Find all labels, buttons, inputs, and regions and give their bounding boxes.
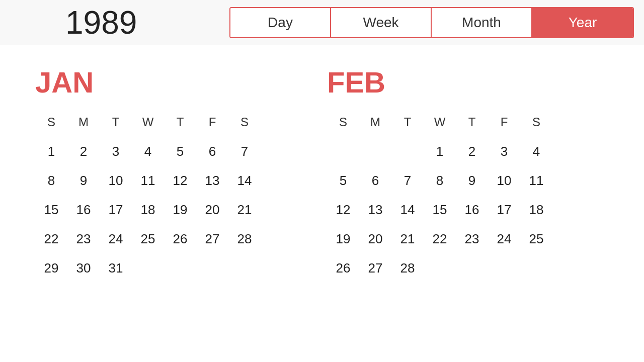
empty-day [488, 255, 520, 281]
empty-day [132, 255, 164, 281]
empty-day [359, 138, 391, 164]
day-header: S [327, 109, 359, 135]
calendar-day[interactable]: 24 [488, 226, 520, 252]
calendar-day[interactable]: 22 [424, 226, 456, 252]
calendar-day[interactable]: 21 [391, 226, 424, 252]
calendar-day[interactable]: 6 [196, 138, 228, 164]
calendar-day[interactable]: 23 [67, 226, 100, 252]
calendar-day[interactable]: 17 [488, 197, 520, 223]
day-header: F [196, 109, 228, 135]
day-header: M [67, 109, 100, 135]
calendar-day[interactable]: 1 [424, 138, 456, 164]
calendar-day[interactable]: 27 [196, 226, 228, 252]
empty-day [391, 138, 424, 164]
day-header: T [456, 109, 488, 135]
calendar-day[interactable]: 7 [228, 138, 261, 164]
calendar-day[interactable]: 8 [35, 167, 67, 194]
calendar-day[interactable]: 11 [132, 167, 164, 194]
calendar-day[interactable]: 23 [456, 226, 488, 252]
calendar-day[interactable]: 2 [67, 138, 100, 164]
day-header: M [359, 109, 391, 135]
empty-day [327, 138, 359, 164]
day-header: T [100, 109, 132, 135]
calendar-day[interactable]: 18 [132, 197, 164, 223]
day-header: W [424, 109, 456, 135]
empty-day [164, 255, 196, 281]
calendar-day[interactable]: 9 [456, 167, 488, 194]
year-title: 1989 [10, 4, 137, 41]
calendar-day[interactable]: 10 [488, 167, 520, 194]
calendar-day[interactable]: 26 [164, 226, 196, 252]
day-header: W [132, 109, 164, 135]
months-container: JAN SMTWTFS12345678910111213141516171819… [30, 65, 614, 281]
calendar-day[interactable]: 6 [359, 167, 391, 194]
main-content: JAN SMTWTFS12345678910111213141516171819… [0, 45, 644, 301]
tab-week[interactable]: Week [331, 8, 432, 37]
calendar-day[interactable]: 8 [424, 167, 456, 194]
calendar-day[interactable]: 3 [100, 138, 132, 164]
calendar-day[interactable]: 13 [359, 197, 391, 223]
calendar-day[interactable]: 4 [520, 138, 552, 164]
calendar-day[interactable]: 29 [35, 255, 67, 281]
day-header: S [520, 109, 552, 135]
february-title: FEB [322, 65, 614, 99]
calendar-day[interactable]: 5 [327, 167, 359, 194]
calendar-day[interactable]: 25 [520, 226, 552, 252]
calendar-day[interactable]: 28 [391, 255, 424, 281]
empty-day [520, 255, 552, 281]
day-header: F [488, 109, 520, 135]
calendar-day[interactable]: 28 [228, 226, 261, 252]
day-header: T [391, 109, 424, 135]
calendar-day[interactable]: 9 [67, 167, 100, 194]
calendar-day[interactable]: 7 [391, 167, 424, 194]
empty-day [196, 255, 228, 281]
calendar-day[interactable]: 26 [327, 255, 359, 281]
calendar-day[interactable]: 4 [132, 138, 164, 164]
january-title: JAN [30, 65, 322, 99]
day-header: T [164, 109, 196, 135]
calendar-day[interactable]: 21 [228, 197, 261, 223]
calendar-day[interactable]: 15 [424, 197, 456, 223]
empty-day [424, 255, 456, 281]
calendar-day[interactable]: 10 [100, 167, 132, 194]
calendar-day[interactable]: 30 [67, 255, 100, 281]
tab-month[interactable]: Month [432, 8, 532, 37]
calendar-day[interactable]: 16 [67, 197, 100, 223]
calendar-day[interactable]: 17 [100, 197, 132, 223]
calendar-day[interactable]: 18 [520, 197, 552, 223]
calendar-day[interactable]: 15 [35, 197, 67, 223]
day-header: S [228, 109, 261, 135]
february-grid: SMTWTFS123456789101112131415161718192021… [322, 109, 614, 281]
calendar-day[interactable]: 16 [456, 197, 488, 223]
january-grid: SMTWTFS123456789101112131415161718192021… [30, 109, 322, 281]
calendar-day[interactable]: 1 [35, 138, 67, 164]
calendar-day[interactable]: 20 [359, 226, 391, 252]
calendar-day[interactable]: 14 [228, 167, 261, 194]
calendar-day[interactable]: 12 [164, 167, 196, 194]
calendar-day[interactable]: 19 [164, 197, 196, 223]
calendar-day[interactable]: 12 [327, 197, 359, 223]
calendar-day[interactable]: 24 [100, 226, 132, 252]
tab-year[interactable]: Year [532, 8, 633, 37]
calendar-day[interactable]: 5 [164, 138, 196, 164]
calendar-day[interactable]: 22 [35, 226, 67, 252]
calendar-day[interactable]: 3 [488, 138, 520, 164]
calendar-day[interactable]: 14 [391, 197, 424, 223]
empty-day [456, 255, 488, 281]
calendar-day[interactable]: 31 [100, 255, 132, 281]
january-calendar: JAN SMTWTFS12345678910111213141516171819… [30, 65, 322, 281]
calendar-day[interactable]: 20 [196, 197, 228, 223]
calendar-day[interactable]: 27 [359, 255, 391, 281]
tab-day[interactable]: Day [230, 8, 331, 37]
calendar-day[interactable]: 19 [327, 226, 359, 252]
calendar-day[interactable]: 13 [196, 167, 228, 194]
header: 1989 Day Week Month Year [0, 0, 644, 45]
view-tabs: Day Week Month Year [229, 7, 634, 38]
day-header: S [35, 109, 67, 135]
calendar-day[interactable]: 11 [520, 167, 552, 194]
empty-day [228, 255, 261, 281]
calendar-day[interactable]: 25 [132, 226, 164, 252]
calendar-day[interactable]: 2 [456, 138, 488, 164]
february-calendar: FEB SMTWTFS12345678910111213141516171819… [322, 65, 614, 281]
